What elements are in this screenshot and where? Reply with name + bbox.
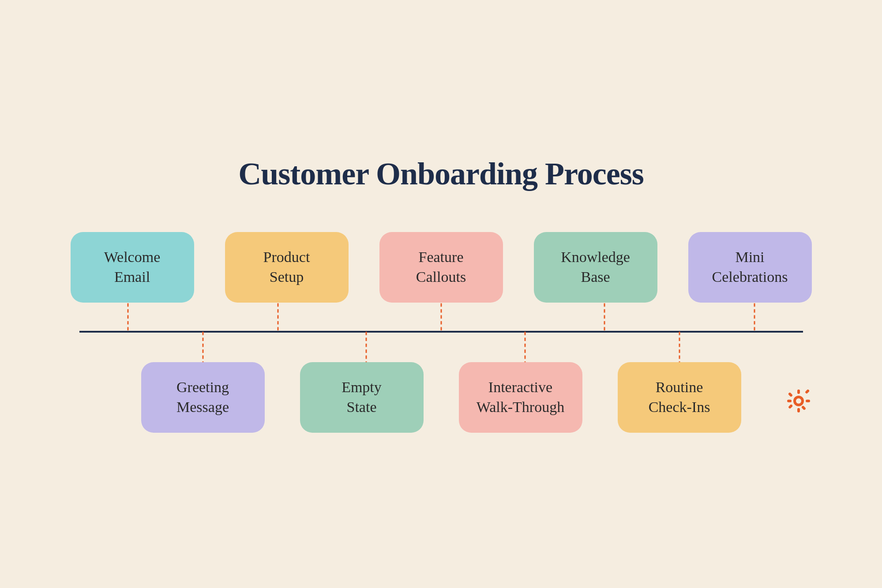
spacer-left — [88, 362, 106, 433]
welcome-email-label: WelcomeEmail — [104, 247, 161, 286]
knowledge-base-label: KnowledgeBase — [561, 247, 630, 286]
interactive-walkthrough-label: InteractiveWalk-Through — [477, 378, 564, 416]
diagram: WelcomeEmail ProductSetup FeatureCallout… — [44, 232, 838, 433]
knowledge-base-box: KnowledgeBase — [534, 232, 657, 303]
product-setup-label: ProductSetup — [263, 247, 310, 286]
empty-state-box: EmptyState — [300, 362, 424, 433]
feature-callouts-box: FeatureCallouts — [379, 232, 503, 303]
mini-celebrations-label: MiniCelebrations — [712, 247, 788, 286]
spacer-right — [777, 362, 794, 433]
routine-checkins-box: RoutineCheck-Ins — [618, 362, 741, 433]
mini-celebrations-box: MiniCelebrations — [688, 232, 812, 303]
product-setup-box: ProductSetup — [225, 232, 349, 303]
routine-checkins-label: RoutineCheck-Ins — [649, 378, 710, 416]
timeline-spacer — [44, 303, 838, 362]
welcome-email-box: WelcomeEmail — [71, 232, 194, 303]
feature-callouts-label: FeatureCallouts — [416, 247, 466, 286]
bottom-row: GreetingMessage EmptyState InteractiveWa… — [44, 362, 838, 433]
greeting-message-box: GreetingMessage — [141, 362, 265, 433]
interactive-walkthrough-box: InteractiveWalk-Through — [459, 362, 582, 433]
page-title: Customer Onboarding Process — [44, 156, 838, 192]
top-row: WelcomeEmail ProductSetup FeatureCallout… — [44, 232, 838, 303]
greeting-message-label: GreetingMessage — [176, 378, 229, 416]
empty-state-label: EmptyState — [342, 378, 382, 416]
